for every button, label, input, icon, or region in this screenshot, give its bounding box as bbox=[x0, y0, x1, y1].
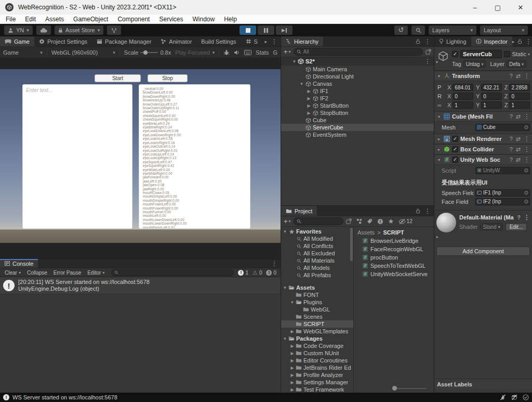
search-button[interactable] bbox=[411, 25, 425, 35]
asset-labels-bar[interactable]: Asset Labels bbox=[434, 379, 532, 389]
audio-mute-icon[interactable] bbox=[234, 50, 240, 55]
foldout-arrow[interactable]: ▶ bbox=[289, 380, 295, 385]
console-pane-menu[interactable]: ⋮ bbox=[271, 260, 277, 267]
rotation-x-field[interactable]: 0 bbox=[453, 93, 473, 100]
log-entry[interactable]: ! [20:20:11] WS Server started on ws://l… bbox=[0, 277, 281, 294]
position-y-field[interactable]: 432.21 bbox=[481, 84, 502, 91]
tree-item-test-framework[interactable]: ▶Test Framework bbox=[281, 386, 353, 393]
project-tree-scrollbar[interactable] bbox=[350, 228, 353, 261]
scale-z-field[interactable]: 1 bbox=[509, 101, 530, 109]
rotation-z-field[interactable]: 0 bbox=[509, 93, 530, 100]
linked-scale-icon[interactable]: ∞ bbox=[437, 102, 445, 108]
foldout-arrow[interactable]: ▶ bbox=[306, 89, 312, 94]
tree-item-custom-nunit[interactable]: ▶Custom NUnit bbox=[281, 349, 353, 357]
websocket-script-header[interactable]: ▾ # Unity Web Soc ?⇄⋮ bbox=[434, 154, 532, 165]
presets-icon[interactable]: ⇄ bbox=[516, 73, 521, 80]
project-search[interactable] bbox=[294, 217, 343, 225]
clear-button[interactable]: Clear▾ bbox=[2, 268, 23, 277]
tree-item-code-coverage[interactable]: ▶Code Coverage bbox=[281, 342, 353, 349]
tab-animator[interactable]: Animator bbox=[156, 36, 196, 46]
tree-item-webgltemplates[interactable]: ▶WebGLTemplates bbox=[281, 328, 353, 335]
scale-y-field[interactable]: 1 bbox=[481, 101, 502, 109]
hierarchy-search[interactable] bbox=[294, 48, 423, 56]
create-asset-button[interactable]: +▾ bbox=[284, 217, 291, 225]
foldout-arrow[interactable]: ▶ bbox=[306, 111, 312, 115]
version-control-button[interactable] bbox=[107, 25, 121, 35]
help-icon[interactable]: ? bbox=[510, 73, 513, 79]
scene-header-s2[interactable]: ▼S2*⋮ bbox=[281, 57, 434, 66]
menu-file[interactable]: File bbox=[1, 15, 20, 24]
foldout-arrow[interactable]: ▾ bbox=[436, 114, 442, 119]
tab-hierarchy[interactable]: Hierarchy bbox=[281, 36, 323, 46]
error-count-toggle[interactable]: !0 bbox=[266, 270, 276, 276]
tree-item-if2[interactable]: ▶IF2 bbox=[281, 95, 434, 102]
material-preview-sphere[interactable] bbox=[436, 213, 456, 232]
breadcrumb-current[interactable]: SCRIPT bbox=[383, 229, 404, 236]
debug-bug-icon[interactable] bbox=[223, 49, 230, 56]
gameobject-cube-icon[interactable]: ▾ bbox=[436, 49, 450, 63]
menu-gameobject[interactable]: GameObject bbox=[69, 15, 113, 24]
component-menu-icon[interactable]: ⋮ bbox=[524, 72, 530, 80]
component-menu-icon[interactable]: ⋮ bbox=[524, 146, 530, 153]
shader-dropdown[interactable]: Stand▾ bbox=[480, 223, 502, 230]
presets-icon[interactable]: ⇄ bbox=[516, 113, 521, 120]
foldout-arrow[interactable]: ▾ bbox=[436, 74, 442, 79]
project-search-input[interactable] bbox=[303, 218, 340, 224]
foldout-arrow[interactable]: ▶ bbox=[289, 387, 295, 392]
foldout-arrow[interactable]: ▼ bbox=[282, 229, 288, 234]
tree-item-eventsystem[interactable]: EventSystem bbox=[281, 131, 434, 138]
jump-to-search-icon[interactable] bbox=[346, 218, 352, 224]
tree-item-scenes[interactable]: Scenes bbox=[281, 313, 353, 320]
stats-button[interactable]: Stats bbox=[256, 49, 269, 56]
mesh-filter-header[interactable]: ▾ Cube (Mesh Fil ?⇄⋮ bbox=[434, 111, 532, 122]
pause-button[interactable] bbox=[258, 25, 274, 35]
tab-console[interactable]: Console bbox=[0, 259, 38, 268]
display-dropdown[interactable]: Game▾ bbox=[3, 49, 47, 56]
lock-icon[interactable] bbox=[416, 38, 420, 44]
stop-button[interactable]: Stop bbox=[148, 74, 188, 82]
component-menu-icon[interactable]: ⋮ bbox=[524, 135, 530, 142]
tree-item-all-materials[interactable]: All Materials bbox=[281, 257, 353, 264]
foldout-arrow[interactable]: ▸ bbox=[436, 147, 442, 152]
project-pane-menu[interactable]: ⋮ bbox=[424, 208, 431, 215]
file-procbutton[interactable]: #procButton bbox=[354, 253, 434, 262]
progress-check-icon[interactable] bbox=[523, 394, 529, 400]
search-by-type-icon[interactable] bbox=[356, 218, 362, 224]
tree-item-profile-analyzer[interactable]: ▶Profile Analyzer bbox=[281, 371, 353, 379]
file-unitywebsocketserve[interactable]: #UnityWebSocketServe bbox=[354, 270, 434, 278]
foldout-arrow[interactable]: ▶ bbox=[289, 329, 295, 334]
menu-assets[interactable]: Assets bbox=[41, 15, 69, 24]
scale-x-field[interactable]: 1 bbox=[453, 101, 473, 109]
component-enabled-checkbox[interactable] bbox=[452, 157, 458, 163]
tree-item-main-camera[interactable]: Main Camera bbox=[281, 66, 434, 73]
debugger-detached-icon[interactable] bbox=[500, 394, 506, 400]
component-menu-icon[interactable]: ⋮ bbox=[524, 156, 530, 163]
minimize-button[interactable]: – bbox=[463, 0, 486, 15]
mesh-object-field[interactable]: Cube ⊙ bbox=[475, 124, 530, 131]
thumbnail-size-slider[interactable] bbox=[392, 386, 427, 391]
hierarchy-search-input[interactable] bbox=[303, 49, 420, 55]
presets-icon[interactable]: ⇄ bbox=[516, 157, 521, 163]
active-checkbox[interactable] bbox=[452, 51, 458, 57]
tag-dropdown[interactable]: Untag▾ bbox=[463, 60, 486, 68]
tree-item-if1[interactable]: ▶IF1 bbox=[281, 87, 434, 95]
foldout-arrow[interactable]: ▼ bbox=[299, 82, 304, 86]
foldout-arrow[interactable]: ▶ bbox=[289, 373, 295, 378]
maximize-button[interactable]: ▢ bbox=[486, 0, 509, 15]
position-x-field[interactable]: 684.01 bbox=[453, 84, 473, 91]
tree-item-favorites[interactable]: ▼Favorites bbox=[281, 228, 353, 235]
object-picker-icon[interactable]: ⊙ bbox=[524, 124, 528, 130]
foldout-arrow[interactable]: ▶ bbox=[289, 358, 295, 363]
material-menu-icon[interactable]: ⋮ bbox=[524, 214, 530, 221]
foldout-arrow[interactable]: ▼ bbox=[282, 336, 288, 341]
account-dropdown[interactable]: YN▾ bbox=[4, 25, 33, 35]
static-dropdown-arrow[interactable]: ▾ bbox=[528, 52, 530, 57]
tree-item-servercube[interactable]: ServerCube bbox=[281, 124, 434, 131]
tab-s[interactable]: S bbox=[241, 36, 262, 46]
search-by-label-icon[interactable] bbox=[367, 218, 373, 224]
hierarchy-pane-menu[interactable]: ⋮ bbox=[424, 38, 431, 45]
menu-window[interactable]: Window bbox=[188, 15, 219, 24]
help-icon[interactable]: ? bbox=[510, 113, 513, 120]
hidden-items-toggle[interactable]: 12 bbox=[398, 218, 413, 224]
asset-store-dropdown[interactable]: Asset Store▾ bbox=[55, 25, 103, 35]
